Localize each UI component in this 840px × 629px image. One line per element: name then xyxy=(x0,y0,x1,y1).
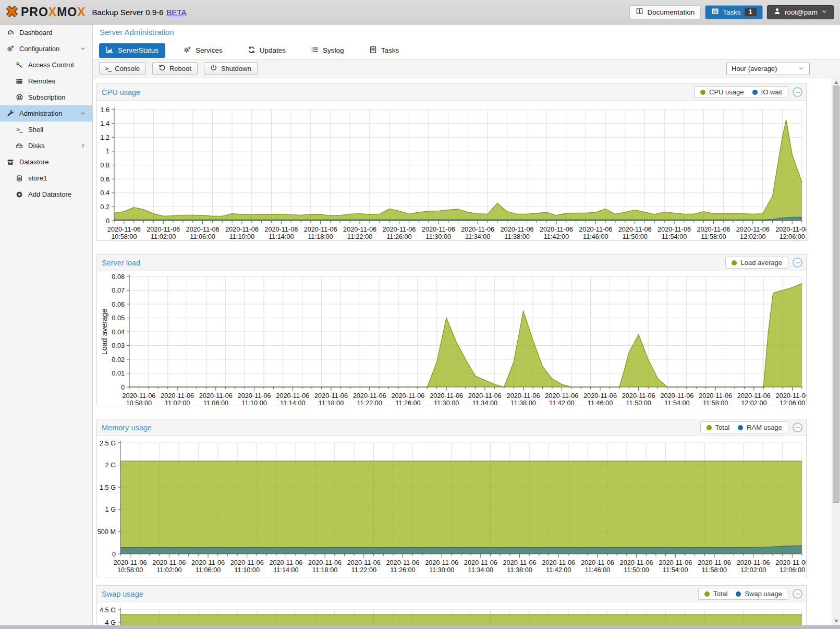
svg-text:2020-11-06: 2020-11-06 xyxy=(464,559,497,566)
svg-text:2020-11-06: 2020-11-06 xyxy=(186,226,220,233)
svg-text:11:46:00: 11:46:00 xyxy=(583,233,608,240)
svg-text:2020-11-06: 2020-11-06 xyxy=(114,559,147,566)
sidebar-item-subscription[interactable]: Subscription xyxy=(0,89,92,105)
timeframe-select[interactable]: Hour (average) xyxy=(726,63,810,75)
tab-serverstatus[interactable]: ServerStatus xyxy=(99,43,165,58)
header-buttons: Documentation Tasks 1 root@pam xyxy=(629,5,834,19)
user-menu-button[interactable]: root@pam xyxy=(767,5,834,19)
svg-text:11:22:00: 11:22:00 xyxy=(357,400,382,405)
svg-text:2020-11-06: 2020-11-06 xyxy=(618,226,652,233)
sidebar-item-administration[interactable]: Administration xyxy=(0,105,92,122)
legend-item[interactable]: Total xyxy=(704,590,727,598)
chart-cpu-usage: 00.20.40.60.811.21.41.62020-11-0610:58:0… xyxy=(97,101,806,240)
legend-dot-icon xyxy=(707,425,712,430)
collapse-panel-icon[interactable] xyxy=(793,87,802,97)
terminal-icon: >_ xyxy=(14,126,25,133)
scrollbar-thumb[interactable] xyxy=(833,86,839,503)
svg-text:11:50:00: 11:50:00 xyxy=(622,233,647,240)
sidebar-item-configuration[interactable]: Configuration xyxy=(0,41,92,57)
legend-item[interactable]: IO wait xyxy=(752,88,782,96)
svg-text:10:58:00: 10:58:00 xyxy=(117,566,143,574)
chevron-down-icon[interactable] xyxy=(80,45,86,53)
documentation-button[interactable]: Documentation xyxy=(629,5,701,19)
svg-text:1.2: 1.2 xyxy=(100,134,109,141)
proxmox-logo-text: PROXMOX xyxy=(21,5,86,19)
sidebar-item-access-control[interactable]: Access Control xyxy=(0,57,92,73)
sidebar-item-disks[interactable]: Disks xyxy=(0,138,92,154)
svg-text:11:14:00: 11:14:00 xyxy=(273,566,298,574)
collapse-panel-icon[interactable] xyxy=(793,589,802,599)
svg-text:11:26:00: 11:26:00 xyxy=(395,400,420,405)
svg-text:2020-11-06: 2020-11-06 xyxy=(581,559,614,566)
sidebar-item-remotes[interactable]: Remotes xyxy=(0,73,92,89)
tab-updates[interactable]: Updates xyxy=(241,43,293,58)
svg-text:11:42:00: 11:42:00 xyxy=(544,233,569,240)
svg-text:11:46:00: 11:46:00 xyxy=(585,566,610,574)
svg-text:2020-11-06: 2020-11-06 xyxy=(579,226,612,233)
book-icon xyxy=(636,7,643,17)
scroll-down-arrow-icon[interactable] xyxy=(834,620,838,623)
tab-syslog[interactable]: Syslog xyxy=(304,43,351,58)
svg-text:0.6: 0.6 xyxy=(100,176,109,183)
panel-title: Memory usage xyxy=(102,424,152,432)
panel-title: Swap usage xyxy=(102,590,143,598)
chevron-right-icon[interactable] xyxy=(80,142,86,150)
svg-text:2020-11-06: 2020-11-06 xyxy=(308,559,342,566)
tab-services[interactable]: Services xyxy=(177,43,229,58)
svg-text:0.2: 0.2 xyxy=(100,203,109,211)
sidebar-item-datastore[interactable]: Datastore xyxy=(0,154,92,170)
legend-item[interactable]: CPU usage xyxy=(700,88,744,96)
task-list-icon xyxy=(711,7,719,17)
chevron-down-icon xyxy=(798,65,805,73)
svg-text:2020-11-06: 2020-11-06 xyxy=(697,226,730,233)
legend-item[interactable]: Total xyxy=(707,424,729,431)
svg-text:0.07: 0.07 xyxy=(112,287,125,294)
svg-text:2020-11-06: 2020-11-06 xyxy=(314,392,348,400)
svg-text:11:02:00: 11:02:00 xyxy=(156,566,181,574)
reboot-button[interactable]: Reboot xyxy=(152,62,198,75)
svg-text:11:10:00: 11:10:00 xyxy=(241,400,266,405)
chevron-down-icon xyxy=(821,8,827,16)
collapse-panel-icon[interactable] xyxy=(793,258,802,268)
panel-cpu-usage: CPU usageCPU usageIO wait00.20.40.60.811… xyxy=(96,83,807,241)
tasks-button[interactable]: Tasks 1 xyxy=(705,5,762,19)
legend-dot-icon xyxy=(736,591,741,597)
svg-text:11:42:00: 11:42:00 xyxy=(549,400,574,405)
legend-dot-icon xyxy=(732,260,737,265)
power-icon xyxy=(210,64,217,73)
syslog-icon xyxy=(311,46,319,55)
svg-text:0: 0 xyxy=(106,217,109,225)
svg-text:2020-11-06: 2020-11-06 xyxy=(386,559,419,566)
sidebar-item-dashboard[interactable]: Dashboard xyxy=(0,25,92,41)
svg-text:11:18:00: 11:18:00 xyxy=(308,233,333,240)
svg-text:2020-11-06: 2020-11-06 xyxy=(776,392,806,400)
top-header: PROXMOX Backup Server 0.9-6 BETA Documen… xyxy=(0,0,840,25)
legend-item[interactable]: Load average xyxy=(732,259,782,267)
legend-item[interactable]: Swap usage xyxy=(736,590,782,598)
sidebar-item-add-datastore[interactable]: Add Datastore xyxy=(0,186,92,202)
shutdown-button[interactable]: Shutdown xyxy=(204,62,258,75)
svg-text:1.5 G: 1.5 G xyxy=(100,484,116,491)
svg-text:11:46:00: 11:46:00 xyxy=(588,400,613,405)
svg-text:1.4: 1.4 xyxy=(100,120,109,127)
harddisk-icon xyxy=(14,142,25,150)
svg-text:2020-11-06: 2020-11-06 xyxy=(658,226,691,233)
console-button[interactable]: >_ Console xyxy=(99,62,146,75)
tab-tasks[interactable]: Tasks xyxy=(362,43,406,58)
vertical-scrollbar[interactable] xyxy=(832,78,840,625)
svg-text:11:38:00: 11:38:00 xyxy=(510,400,535,405)
svg-text:2020-11-06: 2020-11-06 xyxy=(501,226,534,233)
terminal-icon: >_ xyxy=(105,65,111,72)
sidebar-item-shell[interactable]: >_Shell xyxy=(0,122,92,138)
svg-text:1: 1 xyxy=(106,148,109,155)
legend-item[interactable]: RAM usage xyxy=(738,424,782,431)
sidebar-item-store1[interactable]: store1 xyxy=(0,170,92,186)
panel-server-load: Server loadLoad average00.010.020.030.04… xyxy=(96,254,807,405)
scroll-up-arrow-icon[interactable] xyxy=(834,81,838,84)
svg-text:12:06:00: 12:06:00 xyxy=(780,400,805,405)
key-icon xyxy=(14,62,25,69)
beta-link[interactable]: BETA xyxy=(166,8,186,17)
window-bottom-edge xyxy=(0,625,840,629)
collapse-panel-icon[interactable] xyxy=(793,422,802,432)
chevron-down-icon[interactable] xyxy=(80,110,86,118)
